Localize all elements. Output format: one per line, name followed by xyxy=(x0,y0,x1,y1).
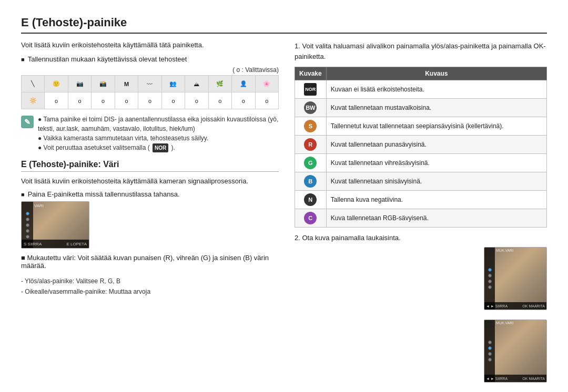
section1-label: Tallennustilan mukaan käytettävissä olev… xyxy=(21,55,279,63)
screen-dot-3 xyxy=(26,223,29,227)
icon-mountain: ⛰ xyxy=(185,76,208,92)
mukautettu-text: ■ Mukautettu väri: Voit säätää kuvan pun… xyxy=(21,254,279,270)
paina-label-wrapper: Paina E-painiketta missä tallennustilass… xyxy=(21,190,279,198)
icon-wave: 〰 xyxy=(138,76,161,92)
col-kuvake: Kuvake xyxy=(295,67,327,80)
val-9: o xyxy=(232,92,255,109)
screen-dot-r2 xyxy=(488,274,492,277)
icon-m: M xyxy=(115,76,138,92)
val-7: o xyxy=(185,92,208,109)
screen-bottom-right: E LOPETA xyxy=(66,242,87,246)
icons-table: ╲ 🙂 📷 📸 M 〰 👥 ⛰ 🌿 👤 🌸 🔆 o o o o o o xyxy=(21,75,279,109)
effect-icon-cell-1: BW xyxy=(295,99,327,117)
icon-leaf: 🌿 xyxy=(208,76,231,92)
paina-label: Paina E-painiketta missä tallennustilass… xyxy=(28,190,180,198)
icon-camera: 📷 xyxy=(68,76,91,92)
icon-person: 👤 xyxy=(232,76,255,92)
icon-camera2: 📸 xyxy=(92,76,115,92)
val-10: o xyxy=(255,92,278,109)
screen-right-bottom-right-1: OK MAARITA xyxy=(522,304,545,308)
screen-dot-r8 xyxy=(488,358,492,362)
screen-top-right-2: MUK.VARI xyxy=(496,321,545,325)
val-8: o xyxy=(208,92,231,109)
effect-icon-cell-0: NOR xyxy=(295,80,327,99)
screen-dot-r1 xyxy=(488,268,492,272)
screen-dot-r6 xyxy=(488,346,492,350)
val-4: o xyxy=(115,92,138,109)
effect-icon-cell-4: G xyxy=(295,154,327,172)
effect-desc-3: Kuvat tallennetaan punasävyisinä. xyxy=(326,136,546,154)
effect-icon-cell-7: C xyxy=(295,209,327,228)
camera-screen-right-2: MUK.VARI ◄ ► SIIRRA OK MAARITA xyxy=(484,319,547,383)
screen-dot-4 xyxy=(26,229,29,233)
screen-right-sidebar-1 xyxy=(484,247,495,310)
screen-right-bottom-1: ◄ ► SIIRRA OK MAARITA xyxy=(484,302,546,310)
note-item-1: Tama painike ei toimi DIS- ja aanentalle… xyxy=(38,115,279,133)
note-item-3: Voit peruuttaa asetukset valitsemalla ( … xyxy=(38,143,279,152)
camera-screen-left: VARI S SIIRRA E LOPETA xyxy=(21,201,89,249)
col-kuvaus: Kuvaus xyxy=(326,67,546,80)
screen-dot-r7 xyxy=(488,352,492,356)
page-title: E (Tehoste)-painike xyxy=(21,16,547,34)
table-row: GKuvat tallennetaan vihreäsävyisinä. xyxy=(295,154,547,172)
table-row: STallennetut kuvat tallennetaan seepians… xyxy=(295,117,547,136)
table-row: NTallenna kuva negatiivina. xyxy=(295,191,547,209)
effect-desc-5: Kuvat tallennetaan sinisävyisinä. xyxy=(326,172,546,191)
effect-icon-cell-3: R xyxy=(295,136,327,154)
effect-icon-cell-2: S xyxy=(295,117,327,136)
screen-right-sidebar-2 xyxy=(484,320,495,382)
val-3: o xyxy=(92,92,115,109)
val-5: o xyxy=(138,92,161,109)
paina-section: VARI S SIIRRA E LOPETA xyxy=(21,201,279,249)
screen-right-bottom-right-2: OK MAARITA xyxy=(522,377,545,380)
nor-badge-inline: NOR xyxy=(153,143,168,152)
note-box: ✎ Tama painike ei toimi DIS- ja aanental… xyxy=(21,115,279,152)
left-column: Voit lisätä kuviin erikoistehosteita käy… xyxy=(21,41,279,383)
valittavissa-label: ( o : Valittavissa) xyxy=(21,66,279,74)
effect-desc-7: Kuva tallennetaan RGB-sävyisenä. xyxy=(326,209,546,228)
screen-dot-r3 xyxy=(488,280,492,283)
right-column: 1. Voit valita haluamasi alivalikon pain… xyxy=(295,41,547,383)
screen-top-label: VARI xyxy=(34,203,88,208)
val-6: o xyxy=(161,92,185,109)
camera-screen-right-1: MUK.VARI ◄ ► SIIRRA OK MAARITA xyxy=(484,247,547,310)
effect-desc-6: Tallenna kuva negatiivina. xyxy=(326,191,546,209)
effect-table: Kuvake Kuvaus NORKuvaan ei lisätä erikoi… xyxy=(295,67,547,228)
right-bottom-section: MUK.VARI ◄ ► SIIRRA OK MAARITA MUK.VARI xyxy=(295,247,547,383)
icon-special: 🔆 xyxy=(22,92,45,109)
effect-desc-0: Kuvaan ei lisätä erikoistehosteita. xyxy=(326,80,546,99)
screen-top-right-1: MUK.VARI xyxy=(496,249,545,252)
note-icon: ✎ xyxy=(21,116,34,128)
table-row: BKuvat tallennetaan sinisävyisinä. xyxy=(295,172,547,191)
icon-flower: 🌸 xyxy=(255,76,278,92)
effect-desc-4: Kuvat tallennetaan vihreäsävyisinä. xyxy=(326,154,546,172)
table-row: BWKuvat tallennetaan mustavalkoisina. xyxy=(295,99,547,117)
screen-dot-1 xyxy=(26,212,29,215)
step1-text: 1. Voit valita haluamasi alivalikon pain… xyxy=(295,41,547,61)
effect-icon-cell-5: B xyxy=(295,172,327,191)
screen-dot-2 xyxy=(26,218,29,221)
screen-dot-5 xyxy=(26,235,29,239)
icon-people: 👥 xyxy=(161,76,185,92)
table-row: NORKuvaan ei lisätä erikoistehosteita. xyxy=(295,80,547,99)
screen-right-bottom-left-2: ◄ ► SIIRRA xyxy=(486,377,508,380)
note-content: Tama painike ei toimi DIS- ja aanentalle… xyxy=(38,115,279,152)
val-1: o xyxy=(45,92,68,109)
effect-desc-2: Tallennetut kuvat tallennetaan seepiansä… xyxy=(326,117,546,136)
screen-right-bottom-2: ◄ ► SIIRRA OK MAARITA xyxy=(484,375,546,382)
screen-bottom: S SIIRRA E LOPETA xyxy=(22,240,89,248)
mukautettu-section: ■ Mukautettu väri: Voit säätää kuvan pun… xyxy=(21,254,279,270)
effect-desc-1: Kuvat tallennetaan mustavalkoisina. xyxy=(326,99,546,117)
screen-bottom-left: S SIIRRA xyxy=(24,242,42,246)
icon-face: 🙂 xyxy=(45,76,68,92)
bottom-text: - Ylös/alas-painike: Valitsee R, G, B - … xyxy=(21,276,279,297)
sub-title: E (Tehoste)-painike: Väri xyxy=(21,160,279,172)
bottom-line-2: - Oikealle/vasemmalle-painike: Muuttaa a… xyxy=(21,286,279,297)
note-item-2: Vaikka kamerasta sammutetaan virta, teho… xyxy=(38,133,279,143)
bottom-line-1: - Ylös/alas-painike: Valitsee R, G, B xyxy=(21,276,279,286)
sub-intro: Voit lisätä kuviin erikoistehosteita käy… xyxy=(21,177,279,185)
step2-text: 2. Ota kuva painamalla laukaisinta. xyxy=(295,234,547,242)
screen-dot-r5 xyxy=(488,341,492,344)
table-row: RKuvat tallennetaan punasävyisinä. xyxy=(295,136,547,154)
screens-container: MUK.VARI ◄ ► SIIRRA OK MAARITA MUK.VARI xyxy=(484,247,547,383)
